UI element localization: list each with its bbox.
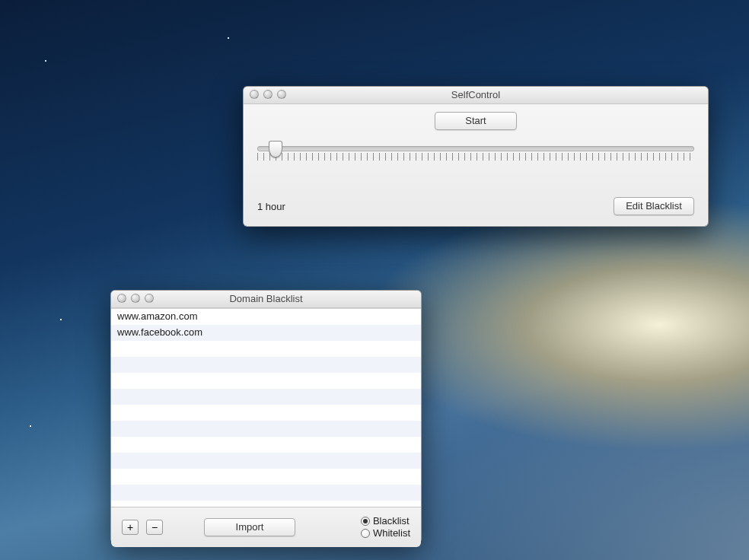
mode-blacklist-label: Blacklist xyxy=(373,515,410,527)
list-item[interactable]: www.amazon.com xyxy=(111,309,421,325)
window-controls xyxy=(250,90,286,99)
close-icon[interactable] xyxy=(250,90,259,99)
list-item[interactable] xyxy=(111,485,421,501)
remove-domain-button[interactable]: − xyxy=(146,520,163,535)
blacklist-titlebar[interactable]: Domain Blacklist xyxy=(111,291,421,308)
mode-whitelist-radio[interactable]: Whitelist xyxy=(361,527,410,539)
list-item[interactable] xyxy=(111,405,421,421)
minimize-icon[interactable] xyxy=(263,90,273,99)
add-domain-button[interactable]: + xyxy=(122,520,139,535)
list-item[interactable] xyxy=(111,389,421,405)
list-item[interactable]: www.facebook.com xyxy=(111,325,421,341)
blacklist-title: Domain Blacklist xyxy=(229,293,302,304)
list-item[interactable] xyxy=(111,373,421,389)
list-item[interactable] xyxy=(111,421,421,437)
radio-icon xyxy=(361,529,370,538)
zoom-icon[interactable] xyxy=(277,90,286,99)
desktop-wallpaper: SelfControl Start 1 hour Edit Blacklist … xyxy=(0,0,749,560)
slider-thumb[interactable] xyxy=(269,141,282,158)
minimize-icon[interactable] xyxy=(131,294,140,303)
close-icon[interactable] xyxy=(117,294,126,303)
blacklist-window: Domain Blacklist www.amazon.comwww.faceb… xyxy=(110,290,422,543)
selfcontrol-window: SelfControl Start 1 hour Edit Blacklist xyxy=(243,86,709,227)
radio-icon xyxy=(361,517,370,526)
zoom-icon[interactable] xyxy=(145,294,154,303)
start-button[interactable]: Start xyxy=(435,112,517,130)
slider-track xyxy=(257,146,694,151)
list-item[interactable] xyxy=(111,357,421,373)
list-item[interactable] xyxy=(111,341,421,357)
slider-ticks xyxy=(257,153,694,161)
selfcontrol-title: SelfControl xyxy=(451,89,500,100)
mode-radio-group: Blacklist Whitelist xyxy=(361,515,410,539)
edit-blacklist-button[interactable]: Edit Blacklist xyxy=(614,197,694,215)
list-item[interactable] xyxy=(111,469,421,485)
list-item[interactable] xyxy=(111,501,421,507)
import-button[interactable]: Import xyxy=(204,518,295,536)
duration-label: 1 hour xyxy=(257,201,285,212)
blacklist-footer: + − Import Blacklist Whitelist xyxy=(111,507,421,547)
list-item[interactable] xyxy=(111,453,421,469)
duration-slider[interactable] xyxy=(257,141,694,164)
mode-whitelist-label: Whitelist xyxy=(373,527,410,539)
domain-list[interactable]: www.amazon.comwww.facebook.com xyxy=(111,308,421,507)
list-item[interactable] xyxy=(111,437,421,453)
mode-blacklist-radio[interactable]: Blacklist xyxy=(361,515,410,527)
window-controls xyxy=(117,294,154,303)
selfcontrol-titlebar[interactable]: SelfControl xyxy=(244,87,708,104)
